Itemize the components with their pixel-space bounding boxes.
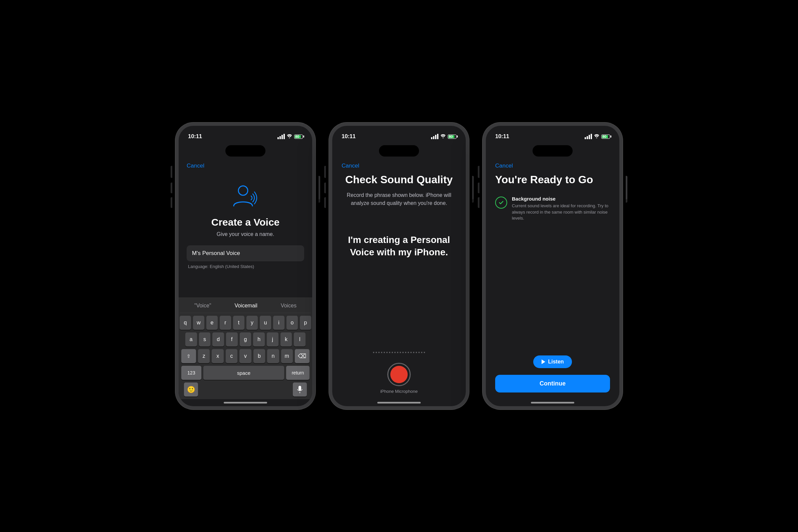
suggestion-voicemail[interactable]: Voicemail (230, 301, 261, 310)
dynamic-island-pill-2 (379, 145, 419, 156)
home-indicator-1 (224, 402, 267, 403)
create-voice-title: Create a Voice (187, 216, 304, 228)
svg-point-5 (596, 137, 597, 138)
key-o[interactable]: o (286, 316, 298, 330)
record-button[interactable] (387, 363, 411, 386)
cancel-button-3[interactable]: Cancel (495, 158, 610, 173)
waveform-dot-3 (378, 352, 379, 353)
home-indicator-2 (377, 402, 421, 403)
key-space[interactable]: space (203, 366, 284, 380)
volume-up-button-2 (324, 183, 326, 193)
key-f[interactable]: f (226, 332, 238, 346)
waveform-dot-7 (389, 352, 390, 353)
key-shift[interactable]: ⇧ (181, 349, 196, 363)
phone-3-body: Cancel You're Ready to Go Background noi… (486, 158, 619, 399)
key-return[interactable]: return (286, 366, 310, 380)
check-sound-subtitle: Record the phrase shown below. iPhone wi… (341, 191, 457, 207)
waveform-dot-4 (381, 352, 382, 353)
key-n[interactable]: n (267, 349, 279, 363)
cancel-button-1[interactable]: Cancel (187, 158, 304, 173)
dynamic-island-pill-1 (225, 145, 265, 156)
battery-icon-1: 80 (294, 134, 303, 139)
dynamic-island-3 (486, 142, 619, 158)
key-a[interactable]: a (185, 332, 197, 346)
waveform-dot-11 (400, 352, 401, 353)
home-indicator-3 (531, 402, 574, 403)
key-delete[interactable]: ⌫ (295, 349, 310, 363)
key-t[interactable]: t (233, 316, 244, 330)
volume-down-button-2 (324, 197, 326, 208)
bottom-spacer (495, 393, 610, 399)
phone-1-frame: 10:11 80 (175, 122, 316, 410)
key-u[interactable]: u (260, 316, 271, 330)
dynamic-island-pill-3 (533, 145, 573, 156)
waveform-dot-19 (421, 352, 422, 353)
suggestion-voices[interactable]: Voices (277, 301, 300, 310)
status-bar-2: 10:11 80 (332, 126, 466, 142)
keyboard-accessory-row: 🙂 (180, 380, 311, 398)
status-icons-3: 80 (584, 134, 610, 139)
key-k[interactable]: k (280, 332, 292, 346)
key-v[interactable]: v (239, 349, 251, 363)
key-d[interactable]: d (212, 332, 224, 346)
key-g[interactable]: g (240, 332, 252, 346)
phone-2-screen: 10:11 80 (332, 126, 466, 406)
power-button (318, 183, 320, 203)
keyboard-row-1: q w e r t y u i o p (180, 316, 311, 330)
key-r[interactable]: r (220, 316, 231, 330)
key-w[interactable]: w (193, 316, 204, 330)
key-x[interactable]: x (212, 349, 223, 363)
voice-name-input[interactable] (187, 245, 304, 261)
key-b[interactable]: b (254, 349, 265, 363)
wifi-icon-1 (287, 134, 292, 139)
wifi-icon-3 (594, 134, 599, 139)
mic-button[interactable] (293, 382, 307, 397)
emoji-button[interactable]: 🙂 (184, 382, 198, 397)
key-m[interactable]: m (281, 349, 293, 363)
key-y[interactable]: y (246, 316, 258, 330)
svg-marker-6 (542, 359, 545, 364)
battery-icon-3: 80 (601, 134, 610, 139)
key-z[interactable]: z (198, 349, 210, 363)
check-sound-title: Check Sound Quality (341, 173, 457, 186)
phone-2-body: Cancel Check Sound Quality Record the ph… (332, 158, 466, 399)
keyboard: "Voice" Voicemail Voices q w e r t y u i… (179, 297, 312, 399)
keyboard-bottom-row: 123 space return (180, 366, 311, 380)
waveform-dot-8 (392, 352, 393, 353)
continue-button[interactable]: Continue (495, 375, 610, 393)
status-icons-1: 80 (277, 134, 303, 139)
key-j[interactable]: j (267, 332, 278, 346)
dynamic-island-2 (332, 142, 466, 158)
create-voice-subtitle: Give your voice a name. (187, 231, 304, 237)
play-icon (541, 359, 545, 364)
key-123[interactable]: 123 (181, 366, 201, 380)
power-button-3 (626, 183, 627, 203)
silent-switch (171, 166, 172, 175)
cancel-button-2[interactable]: Cancel (341, 158, 457, 173)
key-l[interactable]: l (294, 332, 305, 346)
waveform-dot-5 (384, 352, 385, 353)
key-s[interactable]: s (199, 332, 211, 346)
wifi-icon-2 (440, 134, 446, 139)
key-e[interactable]: e (206, 316, 218, 330)
volume-down-button-3 (478, 197, 480, 208)
waveform-area (341, 347, 457, 358)
microphone-label: iPhone Microphone (341, 389, 457, 394)
phone-2-frame: 10:11 80 (329, 122, 469, 410)
phone-1-screen: 10:11 80 (179, 126, 312, 406)
listen-label: Listen (548, 359, 563, 365)
listen-button[interactable]: Listen (533, 356, 572, 368)
key-i[interactable]: i (273, 316, 284, 330)
status-time-3: 10:11 (495, 133, 509, 140)
key-c[interactable]: c (226, 349, 237, 363)
suggestion-voice[interactable]: "Voice" (190, 301, 215, 310)
key-q[interactable]: q (180, 316, 191, 330)
status-icons-2: 80 (431, 134, 457, 139)
svg-point-0 (289, 137, 290, 138)
waveform-dot-9 (394, 352, 396, 353)
key-h[interactable]: h (253, 332, 265, 346)
key-p[interactable]: p (300, 316, 311, 330)
phone-3-frame: 10:11 80 (482, 122, 623, 410)
silent-switch-3 (478, 166, 480, 175)
waveform-dot-10 (397, 352, 398, 353)
